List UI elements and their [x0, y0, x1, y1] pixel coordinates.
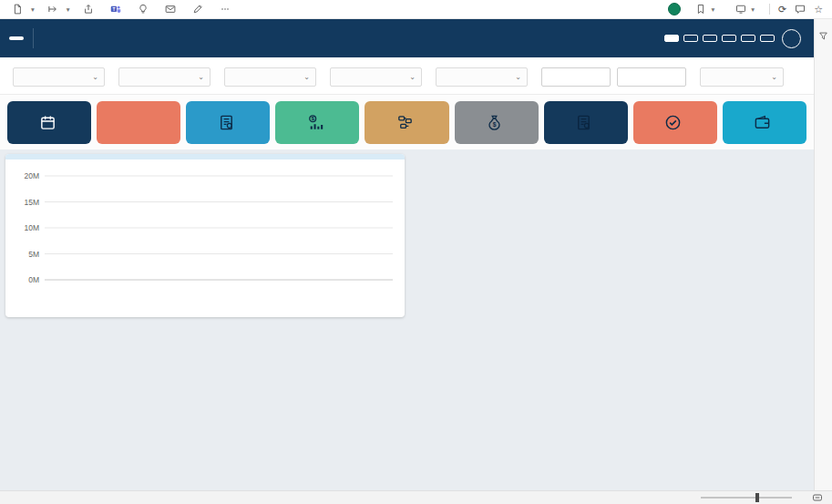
wallet-icon: [754, 114, 771, 131]
kpi-value-row: [754, 114, 775, 131]
dollar-chart-icon: $: [307, 114, 324, 131]
filter-dropdown-sub-practice[interactable]: ⌄: [224, 67, 316, 87]
fit-to-page-icon[interactable]: [812, 492, 823, 503]
report-header: [0, 19, 814, 57]
kpi-card-revenue[interactable]: $: [275, 101, 359, 144]
refresh-icon[interactable]: ⟳: [778, 5, 786, 15]
comment-icon[interactable]: [795, 4, 806, 15]
more-options-button[interactable]: [213, 3, 237, 15]
date-to-input[interactable]: [617, 67, 686, 87]
share-icon: [83, 4, 94, 15]
kpi-card-work-in-progress[interactable]: [633, 101, 717, 144]
filter-dropdown-select-display-currency[interactable]: ⌄: [700, 67, 784, 87]
kpi-card-multiplier[interactable]: [97, 101, 180, 144]
bulb-icon: [138, 4, 149, 15]
filter-dropdown-industry[interactable]: ⌄: [330, 67, 422, 87]
filter-group-industry: ⌄: [330, 63, 422, 87]
kpi-card-over-budget-projects[interactable]: [544, 101, 628, 144]
chart-plot-cost-and-revenue-by-role[interactable]: 0M5M10M15M20M: [8, 161, 402, 303]
check-circle-icon: [664, 114, 682, 131]
board-icon: [218, 114, 235, 131]
teams-icon: T: [110, 4, 121, 15]
chevron-down-icon: ▾: [751, 5, 755, 14]
svg-text:5M: 5M: [28, 250, 39, 259]
filter-group-projects: ⌄: [436, 63, 528, 87]
filter-dropdown-practice[interactable]: ⌄: [118, 67, 211, 87]
subscribe-to-report-button[interactable]: [159, 3, 186, 15]
zoom-slider-handle[interactable]: [755, 493, 759, 502]
export-button[interactable]: ▾: [41, 3, 77, 15]
kpi-card-backlog[interactable]: [365, 101, 448, 144]
nav-tab-resourcing-details[interactable]: [741, 35, 755, 42]
page-nav: [664, 35, 775, 42]
kpi-row: $$: [0, 95, 814, 149]
chart-title: [5, 154, 405, 159]
subscribe-icon: [165, 4, 176, 15]
filters-pane-collapsed: [814, 19, 832, 490]
report-toolbar: ▾▾T ▾ ▾ ⟳ ☆: [0, 0, 832, 19]
zoom-control: [695, 497, 797, 499]
nav-tab-revenue-analysis[interactable]: [722, 35, 736, 42]
edit-button[interactable]: [186, 3, 213, 15]
svg-text:$: $: [311, 115, 314, 121]
share-button[interactable]: [77, 3, 104, 15]
svg-text:10M: 10M: [24, 223, 39, 232]
zoom-slider[interactable]: [701, 497, 792, 499]
backlog-icon: [396, 114, 414, 131]
kpi-card-ar-amount-outstandi[interactable]: [723, 101, 806, 144]
kpi-value-row: [664, 114, 685, 131]
filter-group-select-display-currency: ⌄: [700, 63, 784, 87]
filter-group-sub-practice: ⌄: [224, 63, 316, 87]
kpi-value-row: [396, 114, 417, 131]
bookmarks-button[interactable]: ▾: [689, 3, 721, 15]
kpi-card-days-sales-outstanding[interactable]: [7, 101, 91, 144]
view-button[interactable]: ▾: [729, 3, 761, 15]
kpi-value-row: [39, 114, 60, 131]
kpi-card-active-projects[interactable]: [186, 101, 270, 144]
funnel-icon: [818, 28, 828, 45]
pencil-icon: [192, 4, 203, 15]
file-icon: [12, 4, 23, 15]
nav-tab-cost-analysis[interactable]: [703, 35, 717, 42]
filter-group-practice: ⌄: [118, 63, 211, 87]
date-range: [541, 67, 686, 87]
svg-text:0M: 0M: [28, 275, 39, 284]
filter-group-date: [541, 63, 686, 87]
filter-dropdown-projects[interactable]: ⌄: [436, 67, 528, 87]
hso-logo: [9, 36, 24, 40]
kpi-value-row: [218, 114, 239, 131]
chat-in-teams-button[interactable]: T: [104, 3, 131, 15]
user-avatar[interactable]: [668, 3, 681, 15]
chevron-down-icon: ⌄: [303, 73, 310, 81]
kpi-card-gross-profit[interactable]: $: [455, 101, 539, 144]
help-button[interactable]: [782, 29, 801, 48]
toolbar-divider: [769, 4, 770, 15]
filter-group-legal-entity: ⌄: [13, 63, 105, 87]
monitor-icon: [735, 4, 746, 15]
export-icon: [47, 4, 58, 15]
status-bar: [0, 490, 832, 504]
chevron-down-icon: ⌄: [92, 73, 98, 81]
chevron-down-icon: ▾: [711, 5, 714, 14]
bookmark-icon: [695, 4, 706, 15]
header-divider: [33, 28, 34, 48]
chevron-down-icon: ⌄: [515, 73, 521, 81]
nav-tab-project-details[interactable]: [683, 35, 698, 42]
board-icon: [575, 114, 592, 131]
svg-text:$: $: [493, 120, 497, 128]
nav-tab-project-overview[interactable]: [664, 35, 679, 42]
filter-bar: ⌄⌄⌄⌄⌄⌄: [0, 57, 814, 95]
chevron-down-icon: ▾: [67, 5, 70, 14]
favorite-star-icon[interactable]: ☆: [814, 5, 823, 15]
date-from-input[interactable]: [541, 67, 611, 87]
file-button[interactable]: ▾: [5, 3, 41, 15]
filter-dropdown-legal-entity[interactable]: ⌄: [13, 67, 105, 87]
chart-card-cost-and-revenue-by-role[interactable]: 0M5M10M15M20M: [5, 154, 405, 317]
chevron-down-icon: ⌄: [771, 73, 777, 81]
chevron-down-icon: ▾: [31, 5, 35, 14]
calendar-icon: [39, 114, 56, 131]
get-insights-button[interactable]: [131, 3, 159, 15]
nav-tab-revenue-by-department[interactable]: [760, 35, 775, 42]
ellipsis-icon: [220, 4, 231, 15]
report-body: ⌄⌄⌄⌄⌄⌄ $$ 0M5M10M15M20M: [0, 19, 832, 490]
